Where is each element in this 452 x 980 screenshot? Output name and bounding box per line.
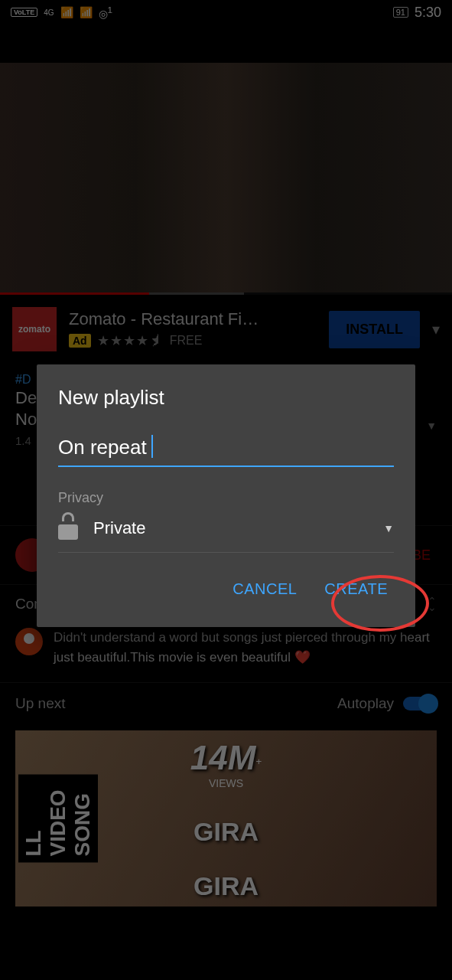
cancel-button[interactable]: CANCEL: [226, 573, 303, 606]
playlist-name-field[interactable]: [58, 433, 394, 467]
dropdown-arrow-icon: ▼: [383, 522, 394, 534]
playlist-name-input[interactable]: [58, 433, 394, 466]
dialog-actions: CANCEL CREATE: [58, 573, 394, 606]
lock-icon: [58, 517, 78, 540]
create-button[interactable]: CREATE: [318, 573, 394, 606]
new-playlist-dialog: New playlist Privacy Private ▼ CANCEL CR…: [37, 364, 415, 627]
text-caret: [151, 435, 153, 458]
privacy-label: Privacy: [58, 490, 394, 506]
privacy-value: Private: [93, 518, 368, 538]
privacy-selector[interactable]: Private ▼: [58, 517, 394, 553]
dialog-title: New playlist: [58, 386, 394, 410]
